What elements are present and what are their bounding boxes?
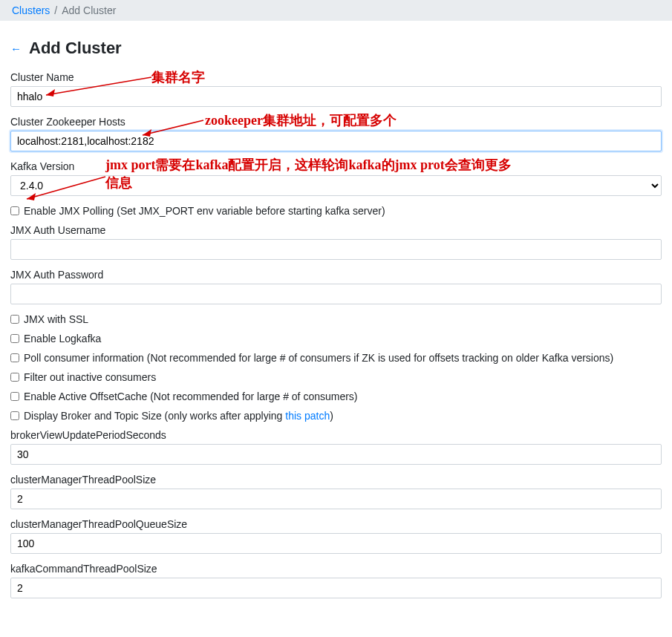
kafka-cmd-pool-size-group: kafkaCommandThreadPoolSize [10, 563, 662, 598]
enable-active-offset-cache-row: Enable Active OffsetCache (Not recommend… [10, 391, 662, 402]
broker-view-update-seconds-group: brokerViewUpdatePeriodSeconds [10, 429, 662, 465]
kafka-cmd-pool-size-input[interactable] [10, 578, 662, 598]
back-arrow-icon[interactable]: ← [10, 42, 22, 55]
jmx-with-ssl-label: JMX with SSL [24, 313, 88, 325]
filter-inactive-consumers-row: Filter out inactive consumers [10, 371, 662, 383]
cluster-mgr-pool-queue-size-label: clusterManagerThreadPoolQueueSize [10, 518, 662, 530]
poll-consumer-info-label: Poll consumer information (Not recommend… [24, 352, 613, 364]
display-broker-topic-size-post: ) [330, 410, 333, 422]
kafka-version-select[interactable]: 2.4.0 [10, 175, 662, 196]
breadcrumb-sep: / [54, 4, 57, 16]
enable-jmx-polling-checkbox[interactable] [10, 206, 19, 215]
zk-hosts-input[interactable] [10, 131, 662, 151]
zk-hosts-group: Cluster Zookeeper Hosts zookeeper集群地址，可配… [10, 116, 662, 151]
enable-logkafka-checkbox[interactable] [10, 334, 19, 343]
enable-jmx-polling-label: Enable JMX Polling (Set JMX_PORT env var… [24, 205, 385, 217]
jmx-with-ssl-row: JMX with SSL [10, 313, 662, 325]
this-patch-link[interactable]: this patch [285, 410, 330, 422]
breadcrumb-current: Add Cluster [62, 4, 116, 16]
cluster-mgr-pool-size-group: clusterManagerThreadPoolSize [10, 474, 662, 509]
jmx-password-input[interactable] [10, 284, 662, 304]
filter-inactive-consumers-label: Filter out inactive consumers [24, 371, 156, 383]
broker-view-update-seconds-label: brokerViewUpdatePeriodSeconds [10, 429, 662, 441]
cluster-name-group: Cluster Name 集群名字 [10, 71, 662, 107]
breadcrumb: Clusters / Add Cluster [0, 0, 672, 21]
cluster-mgr-pool-size-input[interactable] [10, 489, 662, 509]
display-broker-topic-size-row: Display Broker and Topic Size (only work… [10, 410, 662, 422]
enable-active-offset-cache-label: Enable Active OffsetCache (Not recommend… [24, 391, 358, 402]
filter-inactive-consumers-checkbox[interactable] [10, 373, 19, 382]
cluster-mgr-pool-size-label: clusterManagerThreadPoolSize [10, 474, 662, 486]
cluster-name-label: Cluster Name [10, 71, 662, 83]
kafka-version-label: Kafka Version [10, 160, 662, 172]
jmx-with-ssl-checkbox[interactable] [10, 315, 19, 324]
enable-logkafka-label: Enable Logkafka [24, 333, 101, 344]
page-title-row: ← Add Cluster [10, 39, 662, 58]
kafka-cmd-pool-size-label: kafkaCommandThreadPoolSize [10, 563, 662, 575]
enable-active-offset-cache-checkbox[interactable] [10, 392, 19, 401]
jmx-password-group: JMX Auth Password [10, 269, 662, 304]
poll-consumer-info-checkbox[interactable] [10, 353, 19, 362]
display-broker-topic-size-label: Display Broker and Topic Size (only work… [24, 410, 333, 422]
zk-hosts-label: Cluster Zookeeper Hosts [10, 116, 662, 128]
jmx-username-group: JMX Auth Username [10, 224, 662, 260]
cluster-mgr-pool-queue-size-input[interactable] [10, 533, 662, 554]
poll-consumer-info-row: Poll consumer information (Not recommend… [10, 352, 662, 364]
display-broker-topic-size-checkbox[interactable] [10, 411, 19, 420]
cluster-name-input[interactable] [10, 86, 662, 107]
broker-view-update-seconds-input[interactable] [10, 444, 662, 465]
cluster-mgr-pool-queue-size-group: clusterManagerThreadPoolQueueSize [10, 518, 662, 554]
jmx-username-label: JMX Auth Username [10, 224, 662, 236]
enable-logkafka-row: Enable Logkafka [10, 333, 662, 344]
jmx-username-input[interactable] [10, 239, 662, 260]
display-broker-topic-size-pre: Display Broker and Topic Size (only work… [24, 410, 285, 422]
enable-jmx-polling-row: Enable JMX Polling (Set JMX_PORT env var… [10, 205, 662, 217]
page-title: Add Cluster [29, 39, 122, 58]
kafka-version-group: Kafka Version 2.4.0 jmx port需要在kafka配置开启… [10, 160, 662, 196]
jmx-password-label: JMX Auth Password [10, 269, 662, 281]
breadcrumb-clusters-link[interactable]: Clusters [12, 4, 50, 16]
